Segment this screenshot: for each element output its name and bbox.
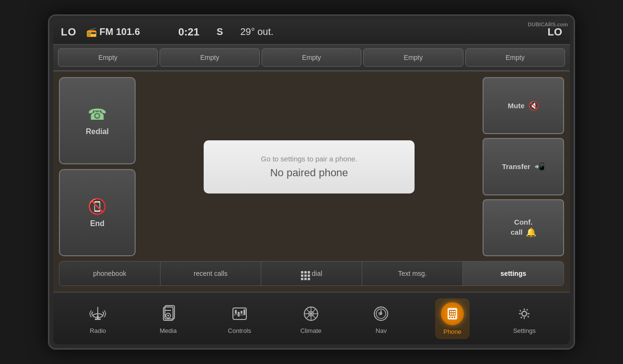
svg-rect-26 xyxy=(454,311,455,312)
nav-icon: S xyxy=(370,303,392,324)
clock-display: 0:21 xyxy=(178,26,199,38)
svg-point-6 xyxy=(167,315,169,317)
controls-label: Controls xyxy=(228,327,251,334)
radio-info: 📻 FM 101.6 xyxy=(86,26,140,37)
quick-btn-4[interactable]: Empty xyxy=(363,48,463,67)
left-buttons: ☎ Redial 📵 End xyxy=(59,77,136,256)
recent-calls-tab[interactable]: recent calls xyxy=(161,262,262,285)
temperature-display: 29° out. xyxy=(240,26,273,37)
top-bar: LO 📻 FM 101.6 0:21 S 29° out. LO xyxy=(53,20,570,45)
media-nav-item[interactable]: Media xyxy=(152,299,185,338)
transfer-label: Transfer xyxy=(502,162,530,171)
radio-wave-icon: 📻 xyxy=(86,27,97,37)
conf-call-line1: Conf. xyxy=(514,218,532,226)
direction-indicator: S xyxy=(217,26,223,37)
conf-call-button[interactable]: Conf. call 🔔 xyxy=(483,199,564,256)
end-call-icon: 📵 xyxy=(88,197,107,216)
radio-label: Radio xyxy=(90,327,106,334)
mute-label: Mute xyxy=(508,102,525,110)
svg-point-30 xyxy=(522,311,527,316)
transfer-button[interactable]: Transfer 📲 xyxy=(483,138,564,195)
end-label: End xyxy=(90,219,104,228)
settings-gear-icon xyxy=(514,303,535,324)
screen-inner: LO 📻 FM 101.6 0:21 S 29° out. LO Empty E… xyxy=(53,20,570,344)
svg-rect-24 xyxy=(450,311,451,312)
right-buttons: Mute 🔇 Transfer 📲 Conf. call 🔔 xyxy=(483,77,564,256)
radio-icon xyxy=(87,303,108,324)
svg-rect-21 xyxy=(449,317,450,318)
svg-rect-27 xyxy=(450,313,451,315)
controls-nav-item[interactable]: Controls xyxy=(222,299,257,338)
phone-nav-bar: phonebook recent calls dial xyxy=(59,261,564,286)
no-phone-box: Go to settings to pair a phone. No paire… xyxy=(204,140,415,193)
conf-call-line2: call xyxy=(510,228,522,236)
transfer-icon: 📲 xyxy=(534,161,545,172)
quick-btn-3[interactable]: Empty xyxy=(262,48,361,67)
svg-rect-20 xyxy=(449,310,456,316)
phone-icon xyxy=(441,302,464,325)
controls-icon xyxy=(229,303,250,324)
svg-rect-9 xyxy=(235,310,237,314)
svg-rect-29 xyxy=(454,313,455,315)
climate-icon xyxy=(300,303,322,324)
quick-bar: Empty Empty Empty Empty Empty xyxy=(53,45,570,71)
climate-label: Climate xyxy=(300,327,322,334)
radio-nav-item[interactable]: Radio xyxy=(81,299,114,338)
main-content: ☎ Redial 📵 End Go to settings to pair a … xyxy=(53,71,570,292)
quick-btn-2[interactable]: Empty xyxy=(160,48,259,67)
mute-button[interactable]: Mute 🔇 xyxy=(483,77,564,134)
phone-label: Phone xyxy=(443,328,461,335)
svg-rect-0 xyxy=(95,318,101,320)
mute-icon: 🔇 xyxy=(529,101,539,111)
phone-nav-item[interactable]: Phone xyxy=(435,298,470,339)
bottom-nav: Radio Media xyxy=(53,292,570,344)
redial-label: Redial xyxy=(86,127,109,136)
text-msg-tab[interactable]: Text msg. xyxy=(362,262,463,285)
nav-nav-item[interactable]: S Nav xyxy=(365,299,397,338)
svg-rect-28 xyxy=(452,313,453,315)
svg-rect-23 xyxy=(454,317,455,318)
settings-label: Settings xyxy=(513,327,536,334)
lo-right: LO xyxy=(547,26,562,38)
quick-btn-5[interactable]: Empty xyxy=(465,48,565,67)
end-call-button[interactable]: 📵 End xyxy=(59,169,136,256)
dial-grid-icon xyxy=(301,267,312,280)
screen-outer: LO 📻 FM 101.6 0:21 S 29° out. LO Empty E… xyxy=(48,14,575,350)
media-label: Media xyxy=(160,327,176,334)
phonebook-tab[interactable]: phonebook xyxy=(59,262,161,285)
settings-nav-item[interactable]: Settings xyxy=(508,299,542,338)
quick-btn-1[interactable]: Empty xyxy=(58,48,158,67)
no-phone-hint: Go to settings to pair a phone. xyxy=(223,155,395,163)
center-display: Go to settings to pair a phone. No paire… xyxy=(141,77,477,256)
svg-rect-11 xyxy=(241,311,242,314)
dial-tab[interactable]: dial xyxy=(261,262,362,285)
svg-rect-25 xyxy=(452,311,453,312)
svg-text:S: S xyxy=(378,311,381,316)
climate-nav-item[interactable]: Climate xyxy=(295,299,327,338)
svg-rect-7 xyxy=(165,310,171,311)
settings-tab[interactable]: settings xyxy=(463,262,564,285)
no-phone-main: No paired phone xyxy=(223,167,395,179)
conf-call-icon: 🔔 xyxy=(526,227,536,238)
phone-handset-icon: ☎ xyxy=(88,105,107,124)
lo-left: LO xyxy=(61,26,77,38)
redial-button[interactable]: ☎ Redial xyxy=(59,77,136,164)
station-label: FM 101.6 xyxy=(100,26,140,37)
media-icon xyxy=(158,303,179,324)
phone-area: ☎ Redial 📵 End Go to settings to pair a … xyxy=(59,77,564,256)
nav-label: Nav xyxy=(376,327,387,334)
svg-rect-22 xyxy=(451,317,453,318)
